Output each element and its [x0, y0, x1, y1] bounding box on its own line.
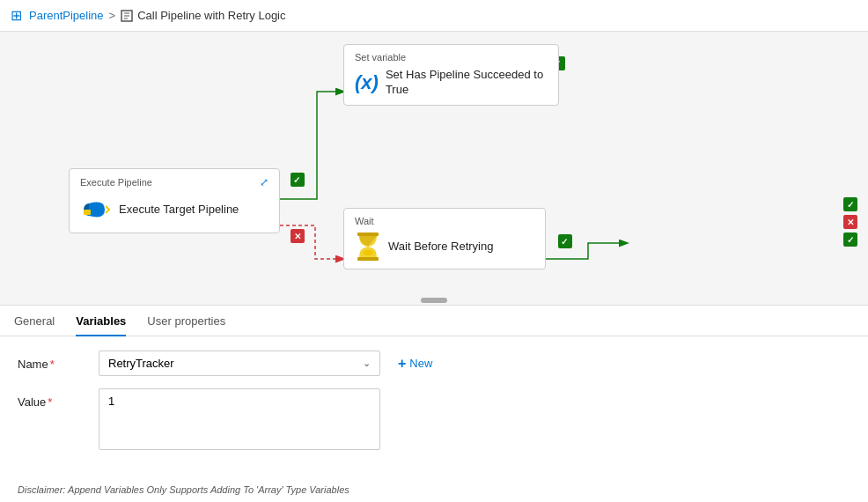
- append-variable-wrapper: Append variable x + Record That a Retry …: [627, 180, 838, 279]
- set-variable-node[interactable]: Set variable (x) Set Has Pipeline Succee…: [343, 44, 559, 106]
- wait-node[interactable]: Wait Wait Before Retrying: [343, 208, 546, 269]
- completion-badge: ✓: [843, 233, 857, 247]
- wait-body: Wait Before Retrying: [355, 232, 534, 262]
- breadcrumb-parent[interactable]: ParentPipeline: [29, 9, 104, 22]
- form-content: Name* RetryTracker ⌄ + New Value*: [0, 336, 868, 479]
- name-required: *: [50, 358, 55, 371]
- tab-variables[interactable]: Variables: [76, 306, 126, 336]
- name-label: Name*: [18, 351, 88, 371]
- failure-badge: ✕: [843, 215, 857, 229]
- chevron-down-icon: ⌄: [363, 358, 371, 369]
- execute-pipeline-node[interactable]: Execute Pipeline ⤢ Execute Target Pipeli…: [69, 168, 280, 233]
- header: ⊞ ParentPipeline > Call Pipeline with Re…: [0, 0, 868, 32]
- success-badge: ✓: [843, 197, 857, 211]
- svg-rect-4: [291, 173, 305, 187]
- current-page-title: Call Pipeline with Retry Logic: [137, 9, 285, 22]
- breadcrumb: ParentPipeline > Call Pipeline with Retr…: [29, 9, 286, 22]
- svg-rect-15: [357, 257, 379, 261]
- wait-label: Wait Before Retrying: [388, 240, 493, 255]
- value-label: Value*: [18, 388, 88, 409]
- tabs-bar: General Variables User properties: [0, 306, 868, 336]
- value-control-wrapper: [99, 388, 850, 453]
- svg-text:✕: ✕: [294, 232, 301, 241]
- value-row: Value*: [18, 388, 850, 453]
- disclaimer-text: Disclaimer: Append Variables Only Suppor…: [0, 479, 868, 502]
- plus-icon: +: [398, 356, 406, 372]
- execute-title-text: Execute Pipeline: [80, 177, 152, 188]
- wait-title: Wait: [355, 216, 534, 226]
- execute-title: Execute Pipeline ⤢: [80, 176, 268, 188]
- svg-rect-6: [291, 229, 305, 243]
- tab-user-properties[interactable]: User properties: [147, 306, 225, 336]
- execute-label: Execute Target Pipeline: [119, 203, 239, 218]
- pipeline-canvas: ✓ ✕ ✓ ✓ Set variable (x) Set Has Pipelin…: [0, 32, 868, 305]
- wait-title-text: Wait: [355, 216, 374, 226]
- breadcrumb-separator: >: [109, 9, 116, 22]
- new-button[interactable]: + New: [398, 356, 432, 372]
- bottom-panel: General Variables User properties Name* …: [0, 305, 868, 502]
- svg-text:✓: ✓: [293, 175, 300, 185]
- new-button-label: New: [409, 357, 432, 370]
- svg-text:✓: ✓: [561, 237, 568, 247]
- app-icon: ⊞: [11, 7, 22, 24]
- svg-rect-8: [558, 234, 572, 248]
- name-row: Name* RetryTracker ⌄ + New: [18, 351, 850, 376]
- set-variable-label: Set Has Pipeline Succeeded to True: [386, 68, 548, 98]
- canvas-collapse-handle[interactable]: [421, 298, 447, 303]
- execute-body: Execute Target Pipeline: [80, 194, 268, 225]
- wait-icon: [355, 232, 381, 262]
- name-dropdown[interactable]: RetryTracker ⌄: [99, 351, 380, 376]
- side-badges: ✓ ✕ ✓: [843, 197, 857, 247]
- pipeline-icon: [121, 10, 133, 22]
- execute-pipeline-icon: [80, 194, 112, 225]
- value-required: *: [48, 395, 52, 409]
- svg-point-16: [363, 250, 373, 255]
- svg-rect-14: [357, 233, 379, 236]
- set-variable-title-text: Set variable: [355, 52, 406, 63]
- set-variable-body: (x) Set Has Pipeline Succeeded to True: [355, 68, 548, 98]
- tab-general[interactable]: General: [14, 306, 55, 336]
- set-variable-icon: (x): [355, 71, 379, 94]
- breadcrumb-current: Call Pipeline with Retry Logic: [121, 9, 285, 22]
- name-dropdown-value: RetryTracker: [108, 357, 174, 370]
- external-link-icon[interactable]: ⤢: [260, 176, 268, 188]
- name-control-wrapper: RetryTracker ⌄ + New: [99, 351, 850, 376]
- value-textarea[interactable]: [99, 388, 380, 450]
- svg-rect-13: [84, 210, 91, 215]
- set-variable-title: Set variable: [355, 52, 548, 63]
